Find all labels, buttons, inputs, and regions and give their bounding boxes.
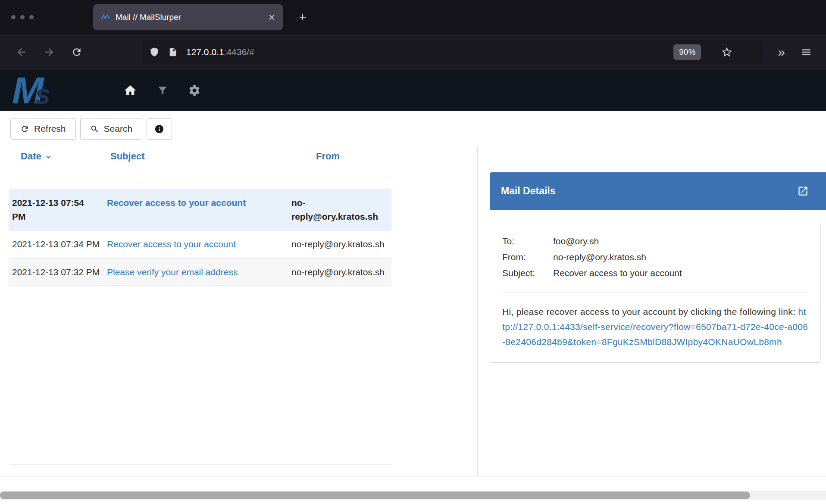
mail-details-pane: Mail Details To: foo@ory.sh From: no-rep… [490,146,826,363]
horizontal-scrollbar[interactable] [0,491,826,500]
mail-subject-link[interactable]: Recover access to your account [107,198,246,208]
refresh-icon [20,124,29,134]
zoom-level-button[interactable]: 90% [673,44,701,60]
from-label: From: [502,249,553,265]
home-icon[interactable] [123,84,137,97]
window-control-dot[interactable] [20,15,25,19]
search-button-label: Search [104,124,133,134]
shield-icon[interactable] [149,47,160,58]
browser-tab[interactable]: Mail // MailSlurper × [93,4,283,30]
column-header-from[interactable]: From [288,146,391,169]
url-text: 127.0.0.1:4436/# [186,47,665,57]
filter-icon[interactable] [157,85,168,96]
card-divider [502,292,808,292]
back-button[interactable] [12,43,31,62]
bookmark-star-icon[interactable] [721,46,733,58]
settings-gear-icon[interactable] [188,84,201,97]
url-input[interactable]: 127.0.0.1:4436/# 90% [142,40,763,64]
mail-row[interactable]: 2021-12-13 07:34 PM Recover access to yo… [9,230,391,258]
url-host: 127.0.0.1 [186,47,224,57]
overflow-menu-icon[interactable]: » [778,45,784,59]
window-control-dot[interactable] [11,15,16,19]
window-controls[interactable] [11,15,37,19]
tab-close-icon[interactable]: × [269,12,275,23]
mail-date: 2021-12-13 07:54 PM [9,189,103,230]
mail-date: 2021-12-13 07:34 PM [9,230,103,258]
logo-letter-s: s [35,78,50,110]
app-content: Refresh Search [0,111,826,504]
subject-label: Subject: [502,265,553,281]
mail-from: no-reply@ory.kratos.sh [288,230,391,258]
scrollbar-thumb[interactable] [0,492,750,499]
to-value: foo@ory.sh [553,233,599,249]
to-label: To: [502,233,553,249]
new-tab-button[interactable] [297,12,308,22]
mail-row[interactable]: 2021-12-13 07:54 PM Recover access to yo… [9,189,391,230]
info-icon [154,124,164,134]
mail-date: 2021-12-13 07:32 PM [9,258,103,286]
date-header-label: Date [21,151,41,162]
open-in-new-icon[interactable] [797,185,809,197]
from-value: no-reply@ory.kratos.sh [553,249,646,265]
search-icon [90,124,99,134]
mail-subject-link[interactable]: Recover access to your account [107,239,236,249]
mail-from: no-reply@ory.kratos.sh [288,258,391,286]
column-header-date[interactable]: Date [9,146,103,169]
mailslurper-favicon-icon [101,14,110,21]
mail-list-pane: Date Subject From 2021-12-13 07:54 PM Re… [0,146,478,476]
content-bottom-divider [0,476,826,476]
mail-table: Date Subject From 2021-12-13 07:54 PM Re… [9,146,391,286]
column-header-subject[interactable]: Subject [103,146,288,169]
hamburger-menu-icon[interactable] [797,43,816,62]
mail-body-text: Hi, please recover access to your accoun… [502,307,798,317]
navbar-icons [123,84,201,97]
mail-details-card: To: foo@ory.sh From: no-reply@ory.kratos… [490,223,821,363]
page-info-icon[interactable] [168,47,178,57]
browser-tab-strip: Mail // MailSlurper × [0,0,826,34]
reload-button[interactable] [67,43,86,62]
window-control-dot[interactable] [29,15,34,19]
mail-row[interactable]: 2021-12-13 07:32 PM Please verify your e… [9,258,391,286]
mail-details-header: Mail Details [490,172,826,210]
browser-toolbar: 127.0.0.1:4436/# 90% » [0,34,826,70]
toolbar: Refresh Search [0,111,826,146]
mail-subject-link[interactable]: Please verify your email address [107,267,238,277]
mail-details-title: Mail Details [501,185,556,197]
mail-from: no-reply@ory.kratos.sh [288,189,391,230]
mailslurper-navbar: M s [0,70,826,111]
screen: Mail // MailSlurper × 127.0.0.1:4436/# 9… [0,0,826,504]
mail-body: Hi, please recover access to your accoun… [502,305,808,349]
sort-descending-icon [45,153,52,161]
tab-title: Mail // MailSlurper [116,12,264,22]
subject-value: Recover access to your account [553,265,682,281]
refresh-button[interactable]: Refresh [10,118,76,140]
main-panes: Date Subject From 2021-12-13 07:54 PM Re… [0,146,826,476]
mailslurper-logo: M s [12,70,98,111]
forward-button[interactable] [40,43,59,62]
search-button[interactable]: Search [80,118,143,140]
info-button[interactable] [147,118,172,140]
refresh-button-label: Refresh [34,124,66,134]
url-port-path: :4436/# [224,47,254,57]
